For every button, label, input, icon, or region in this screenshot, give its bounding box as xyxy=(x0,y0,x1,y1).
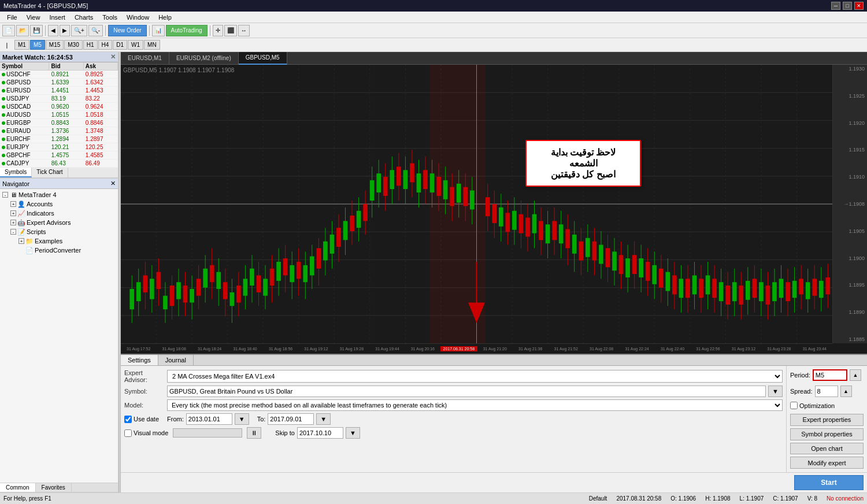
optimization-checkbox[interactable] xyxy=(790,402,798,409)
price-label: 1.1895 xyxy=(833,282,867,288)
list-item[interactable]: EURAUD 1.3736 1.3748 xyxy=(0,127,118,135)
close-button[interactable]: ✕ xyxy=(854,2,864,10)
list-item[interactable]: EURGBP 0.8843 0.8846 xyxy=(0,119,118,127)
menu-help[interactable]: Help xyxy=(154,13,176,22)
period-M1[interactable]: M1 xyxy=(14,40,29,50)
zoom-out-btn[interactable]: 🔍- xyxy=(88,25,103,36)
new-order-btn[interactable]: New Order xyxy=(108,25,146,36)
nav-item-examples[interactable]: + 📁 Examples xyxy=(17,236,117,246)
period-M30[interactable]: M30 xyxy=(64,40,82,50)
svg-rect-31 xyxy=(129,289,134,309)
symbol-dropdown-btn[interactable]: ▼ xyxy=(768,386,783,397)
period-MN[interactable]: MN xyxy=(144,40,160,50)
list-item[interactable]: CADJPY 86.43 86.49 xyxy=(0,160,118,168)
model-select[interactable]: Every tick (the most precise method base… xyxy=(167,399,783,411)
from-input[interactable] xyxy=(186,413,232,425)
spread-up-btn[interactable]: ▲ xyxy=(840,386,852,397)
period-D1[interactable]: D1 xyxy=(113,40,127,50)
svg-rect-75 xyxy=(276,262,281,281)
period-input[interactable] xyxy=(813,369,847,381)
symbol-props-btn[interactable]: Symbol properties xyxy=(790,428,864,440)
list-item[interactable]: USDJPY 83.19 83.22 xyxy=(0,95,118,103)
time-axis: 31 Aug 17:52 31 Aug 18:08 31 Aug 18:24 3… xyxy=(121,343,832,354)
autotrading-btn[interactable]: AutoTrading xyxy=(166,25,208,36)
model-label: Model: xyxy=(124,402,165,409)
svg-rect-186 xyxy=(652,265,657,284)
modify-expert-btn[interactable]: Modify expert xyxy=(790,457,864,469)
list-item[interactable]: GBPUSD 1.6339 1.6342 xyxy=(0,79,118,87)
navigator-close[interactable]: ✕ xyxy=(110,180,116,187)
nav-item-accounts[interactable]: + 👤 Accounts xyxy=(9,199,117,209)
visual-mode-checkbox[interactable] xyxy=(124,429,132,437)
menu-insert[interactable]: Insert xyxy=(45,13,70,22)
menu-tools[interactable]: Tools xyxy=(98,13,122,22)
period-H4[interactable]: H4 xyxy=(98,40,113,50)
list-item[interactable]: EURUSD 1.4451 1.4453 xyxy=(0,87,118,95)
zoom-in-btn[interactable]: 🔍+ xyxy=(71,25,87,36)
period-bar: | M1 M5 M15 M30 H1 H4 D1 W1 MN xyxy=(0,38,867,52)
market-watch-close[interactable]: ✕ xyxy=(110,53,116,61)
tab-tick-chart[interactable]: Tick Chart xyxy=(32,168,68,177)
period-up-btn[interactable]: ▲ xyxy=(850,369,861,381)
list-item[interactable]: EURCHF 1.2894 1.2897 xyxy=(0,135,118,143)
crosshair-btn[interactable]: ✛ xyxy=(213,25,223,36)
new-chart-btn[interactable]: 📄 xyxy=(2,25,15,36)
forward-btn[interactable]: ▶ xyxy=(60,25,70,36)
list-item[interactable]: USDCAD 0.9620 0.9624 xyxy=(0,103,118,111)
ea-dropdown[interactable]: 2 MA Crosses Mega filter EA V1.ex4 xyxy=(167,370,783,383)
back-btn[interactable]: ◀ xyxy=(48,25,58,36)
period-M15[interactable]: M15 xyxy=(46,40,64,50)
skipto-input[interactable] xyxy=(297,427,343,439)
expert-props-btn[interactable]: Expert properties xyxy=(790,414,864,426)
nav-item-period-converter[interactable]: 📄 PeriodConverter xyxy=(17,246,117,255)
list-item[interactable]: EURJPY 120.21 120.25 xyxy=(0,143,118,151)
tab-gbpusd-m5[interactable]: GBPUSD,M5 xyxy=(239,52,287,65)
pause-btn[interactable]: ⏸ xyxy=(247,427,261,439)
tab-favorites[interactable]: Favorites xyxy=(36,483,72,492)
tab-eurusd-m1[interactable]: EURUSD,M1 xyxy=(121,52,169,65)
indicator-icon: 📈 xyxy=(17,209,25,217)
menu-view[interactable]: View xyxy=(22,13,45,22)
period-H1[interactable]: H1 xyxy=(83,40,98,50)
zoom-full-btn[interactable]: ⬛ xyxy=(224,25,237,36)
skipto-calendar-btn[interactable]: ▼ xyxy=(346,427,360,439)
symbol-input[interactable] xyxy=(167,386,766,397)
nav-item-scripts[interactable]: - 📝 Scripts xyxy=(9,227,117,236)
speed-slider[interactable] xyxy=(173,428,242,438)
list-item[interactable]: AUDUSD 1.0515 1.0518 xyxy=(0,111,118,119)
start-button[interactable]: Start xyxy=(794,475,864,490)
svg-rect-180 xyxy=(632,255,637,274)
save-btn[interactable]: 💾 xyxy=(30,25,43,36)
list-item[interactable]: USDCHF 0.8921 0.8925 xyxy=(0,71,118,79)
tab-journal[interactable]: Journal xyxy=(158,355,194,365)
to-input[interactable] xyxy=(268,413,314,425)
minimize-button[interactable]: ─ xyxy=(831,2,840,10)
open-chart-btn[interactable]: Open chart xyxy=(790,443,864,455)
period-M5[interactable]: M5 xyxy=(30,40,45,50)
nav-item-metatrader4[interactable]: - 🖥 MetaTrader 4 xyxy=(1,190,117,199)
to-label: To: xyxy=(257,416,266,423)
nav-indicators-label: Indicators xyxy=(27,210,54,217)
chart-shift-btn[interactable]: ↔ xyxy=(238,25,250,36)
from-calendar-btn[interactable]: ▼ xyxy=(235,413,249,425)
usedate-label: Use date xyxy=(134,416,159,423)
svg-rect-224 xyxy=(779,279,784,298)
menu-charts[interactable]: Charts xyxy=(70,13,98,22)
menu-window[interactable]: Window xyxy=(122,13,154,22)
tab-eurusd-m2[interactable]: EURUSD,M2 (offline) xyxy=(169,52,239,65)
indicators-btn[interactable]: 📊 xyxy=(152,25,165,36)
list-item[interactable]: GBPCHF 1.4575 1.4585 xyxy=(0,151,118,160)
tab-common[interactable]: Common xyxy=(0,483,36,492)
to-calendar-btn[interactable]: ▼ xyxy=(316,413,331,425)
menu-file[interactable]: File xyxy=(2,13,22,22)
usedate-checkbox[interactable] xyxy=(124,416,132,423)
maximize-button[interactable]: □ xyxy=(843,2,852,10)
open-btn[interactable]: 📂 xyxy=(16,25,29,36)
time-label: 31 Aug 19:28 xyxy=(334,347,369,351)
nav-item-indicators[interactable]: + 📈 Indicators xyxy=(9,209,117,218)
spread-input[interactable] xyxy=(815,386,838,397)
nav-item-expert-advisors[interactable]: + 🤖 Expert Advisors xyxy=(9,218,117,227)
tab-symbols[interactable]: Symbols xyxy=(0,168,32,177)
tab-settings[interactable]: Settings xyxy=(121,355,158,365)
period-W1[interactable]: W1 xyxy=(128,40,143,50)
